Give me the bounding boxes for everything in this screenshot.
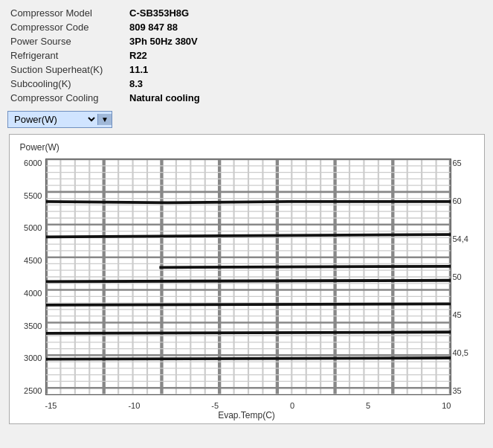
- info-value: R22: [126, 48, 486, 63]
- chart-type-select[interactable]: Power(W)Current(A)COPCapacity(W): [8, 112, 97, 127]
- y-axis-label: 5500: [24, 191, 42, 200]
- chart-line: [46, 358, 451, 359]
- x-axis-label: 10: [442, 401, 451, 410]
- x-axis-label: 5: [366, 401, 370, 410]
- x-axis-label: -10: [128, 401, 140, 410]
- right-axis-label: 40,5: [453, 348, 468, 357]
- info-value: Natural cooling: [126, 91, 486, 105]
- x-axis-label: -15: [45, 401, 57, 410]
- main-container: Compressor ModelC-SB353H8GCompressor Cod…: [0, 0, 493, 430]
- chart-area: [45, 159, 451, 395]
- y-axis-label: 4500: [24, 256, 42, 265]
- x-axis-label: 0: [290, 401, 294, 410]
- chart-line: [46, 234, 451, 237]
- info-table: Compressor ModelC-SB353H8GCompressor Cod…: [7, 6, 486, 105]
- right-axis-label: 65: [453, 159, 462, 167]
- info-label: Refrigerant: [7, 48, 126, 63]
- chart-line: [46, 281, 451, 282]
- x-axis-labels: -15-10-50510: [45, 401, 451, 410]
- dropdown-wrapper[interactable]: Power(W)Current(A)COPCapacity(W) ▼: [7, 111, 112, 128]
- chart-container: Power(W) 6000550050004500400035003000250…: [9, 134, 485, 424]
- chart-line: [46, 332, 451, 333]
- right-axis-label: 50: [453, 272, 462, 281]
- chart-line: [46, 304, 451, 305]
- right-axis-label: 54,4: [453, 234, 468, 243]
- info-value: 3Ph 50Hz 380V: [126, 34, 486, 48]
- info-value: 809 847 88: [126, 20, 486, 34]
- x-axis-title: Evap.Temp(C): [10, 410, 484, 420]
- y-axis-label: 3500: [24, 321, 42, 330]
- right-axis-label: 35: [453, 386, 462, 395]
- info-value: C-SB353H8G: [126, 6, 486, 20]
- info-value: 8.3: [126, 77, 486, 91]
- dropdown-arrow-icon[interactable]: ▼: [97, 114, 112, 125]
- y-axis-label: 2500: [24, 386, 42, 395]
- info-label: Compressor Cooling: [7, 91, 126, 105]
- chart-title: Power(W): [20, 142, 59, 153]
- y-axis-label: 5000: [24, 223, 42, 232]
- info-label: Subcooling(K): [7, 77, 126, 91]
- chart-line: [46, 202, 451, 203]
- chart-line: [159, 266, 451, 268]
- right-labels: 656054,4504540,535: [453, 159, 481, 395]
- y-axis-labels: 60005500500045004000350030002500: [13, 159, 42, 395]
- y-axis-label: 4000: [24, 289, 42, 298]
- info-label: Power Sourse: [7, 34, 126, 48]
- dropdown-row: Power(W)Current(A)COPCapacity(W) ▼: [7, 111, 486, 128]
- info-label: Suction Superheat(K): [7, 63, 126, 77]
- x-axis-label: -5: [211, 401, 219, 410]
- right-axis-label: 60: [453, 196, 462, 205]
- info-value: 11.1: [126, 63, 486, 77]
- info-label: Compressor Model: [7, 6, 126, 20]
- y-axis-label: 6000: [24, 159, 42, 167]
- right-axis-label: 45: [453, 310, 462, 319]
- y-axis-label: 3000: [24, 353, 42, 362]
- info-label: Compressor Code: [7, 20, 126, 34]
